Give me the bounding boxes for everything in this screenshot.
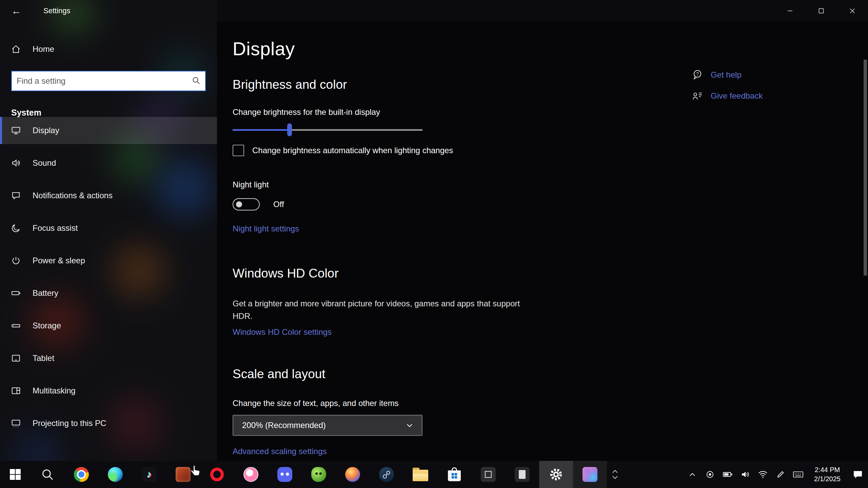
auto-brightness-row: Change brightness automatically when lig… <box>233 145 453 156</box>
tray-network-button[interactable] <box>754 461 772 488</box>
taskbar-icon-file-explorer[interactable] <box>403 461 437 488</box>
game-orange-icon <box>176 467 191 482</box>
brightness-slider[interactable] <box>233 123 422 137</box>
focus-assist-icon <box>11 223 21 233</box>
taskbar-icon-app-dark-1[interactable] <box>471 461 505 488</box>
clock-date: 2/1/2025 <box>814 474 841 484</box>
maximize-button[interactable] <box>806 0 837 22</box>
search-input[interactable] <box>11 71 206 91</box>
search-icon[interactable] <box>192 76 201 85</box>
tray-keyboard-button[interactable] <box>789 461 807 488</box>
get-help-link-row[interactable]: ? Get help <box>692 67 742 82</box>
taskbar-clock[interactable]: 2:44 PM 2/1/2025 <box>807 461 848 488</box>
night-light-state: Off <box>273 200 284 209</box>
tray-battery-icon <box>723 470 733 479</box>
hd-color-settings-link[interactable]: Windows HD Color settings <box>233 327 332 337</box>
firefox-icon <box>345 467 360 482</box>
taskbar-icon-app-dark-2[interactable] <box>505 461 539 488</box>
power-icon <box>11 255 21 266</box>
sidebar-item-display[interactable]: Display <box>0 117 217 144</box>
taskbar-icon-edge[interactable] <box>98 461 132 488</box>
sidebar-item-projecting[interactable]: Projecting to this PC <box>0 410 217 437</box>
system-tray: 2:44 PM 2/1/2025 <box>684 461 868 488</box>
sidebar-item-tablet[interactable]: Tablet <box>0 345 217 372</box>
sidebar-item-focus-assist[interactable]: Focus assist <box>0 215 217 242</box>
sidebar-item-label: Display <box>33 126 59 135</box>
windows-start-icon <box>9 468 21 481</box>
taskbar-search-button[interactable] <box>31 461 64 488</box>
taskbar-icon-discord[interactable] <box>268 461 302 488</box>
multitasking-icon <box>11 385 21 396</box>
display-settings-page: Display ? Get help Give feedback Brightn… <box>217 22 868 461</box>
taskbar-icon-game-pink[interactable] <box>234 461 268 488</box>
taskbar-icon-firefox[interactable] <box>336 461 370 488</box>
give-feedback-link[interactable]: Give feedback <box>711 91 763 101</box>
taskbar-icon-steam[interactable] <box>370 461 403 488</box>
taskbar-icon-microsoft-store[interactable] <box>437 461 471 488</box>
taskbar-icon-opera[interactable] <box>200 461 234 488</box>
back-button[interactable]: ← <box>0 0 33 22</box>
advanced-scaling-link[interactable]: Advanced scaling settings <box>233 447 327 456</box>
tray-pen-button[interactable] <box>772 461 789 488</box>
tray-battery-button[interactable] <box>719 461 736 488</box>
app-dark-2-icon <box>515 467 530 482</box>
action-center-button[interactable] <box>848 461 868 488</box>
auto-brightness-checkbox[interactable] <box>233 145 244 156</box>
content-scrollbar-thumb[interactable] <box>864 60 867 276</box>
tray-volume-button[interactable] <box>736 461 754 488</box>
hd-color-section-title: Windows HD Color <box>233 266 339 281</box>
sidebar-item-label: Projecting to this PC <box>33 419 106 428</box>
display-icon <box>11 125 21 136</box>
chevron-down-icon <box>406 421 414 429</box>
record-icon <box>706 470 714 479</box>
night-light-label: Night light <box>233 180 269 189</box>
minimize-button[interactable] <box>774 0 806 22</box>
sound-icon <box>11 158 21 168</box>
chevron-up-icon <box>689 472 696 477</box>
tray-record-button[interactable] <box>701 461 719 488</box>
sidebar-item-label: Battery <box>33 288 58 298</box>
scale-dropdown[interactable]: 200% (Recommended) <box>233 415 422 436</box>
taskbar-icon-tiktok[interactable]: ♪ <box>132 461 166 488</box>
sidebar-item-multitasking[interactable]: Multitasking <box>0 377 217 404</box>
sidebar-item-label: Notifications & actions <box>33 191 113 200</box>
sidebar-item-power-sleep[interactable]: Power & sleep <box>0 247 217 274</box>
taskbar-start-button[interactable] <box>0 461 31 488</box>
app-dark-1-icon <box>481 467 496 482</box>
night-light-toggle-row: Off <box>233 198 284 210</box>
sidebar-item-label: Focus assist <box>33 223 78 233</box>
sidebar-section-header: System <box>11 108 41 118</box>
sidebar-item-notifications[interactable]: Notifications & actions <box>0 182 217 209</box>
taskbar-icon-chrome[interactable] <box>64 461 98 488</box>
get-help-icon: ? <box>692 69 703 81</box>
close-button[interactable] <box>837 0 868 22</box>
sidebar-item-home[interactable]: Home <box>0 36 217 63</box>
taskbar-overflow-arrows[interactable] <box>607 461 623 488</box>
scale-section-title: Scale and layout <box>233 367 326 381</box>
brightness-slider-label: Change brightness for the built-in displ… <box>233 107 380 117</box>
avatar-app-icon <box>583 467 597 482</box>
auto-brightness-label: Change brightness automatically when lig… <box>252 146 453 155</box>
sidebar-item-label: Home <box>33 44 54 54</box>
sidebar-item-sound[interactable]: Sound <box>0 149 217 177</box>
night-light-settings-link[interactable]: Night light settings <box>233 224 299 233</box>
sidebar-item-storage[interactable]: Storage <box>0 312 217 339</box>
sidebar-item-label: Tablet <box>33 353 54 363</box>
tiktok-icon: ♪ <box>142 467 157 482</box>
sidebar-item-battery[interactable]: Battery <box>0 280 217 307</box>
storage-icon <box>11 320 21 331</box>
toggle-knob <box>236 201 242 207</box>
brightness-slider-thumb[interactable] <box>287 123 292 136</box>
battery-icon <box>11 288 21 299</box>
taskbar-icon-game-green[interactable] <box>302 461 336 488</box>
taskbar-icon-settings[interactable] <box>539 461 573 488</box>
keyboard-icon <box>793 470 804 479</box>
search-box <box>11 71 206 91</box>
tray-expand-button[interactable] <box>684 461 701 488</box>
get-help-link[interactable]: Get help <box>711 70 742 80</box>
taskbar-icon-avatar-app[interactable] <box>573 461 607 488</box>
give-feedback-link-row[interactable]: Give feedback <box>692 88 763 103</box>
scale-dropdown-value: 200% (Recommended) <box>242 421 406 430</box>
night-light-toggle[interactable] <box>233 198 260 210</box>
titlebar: ← Settings <box>0 0 217 22</box>
